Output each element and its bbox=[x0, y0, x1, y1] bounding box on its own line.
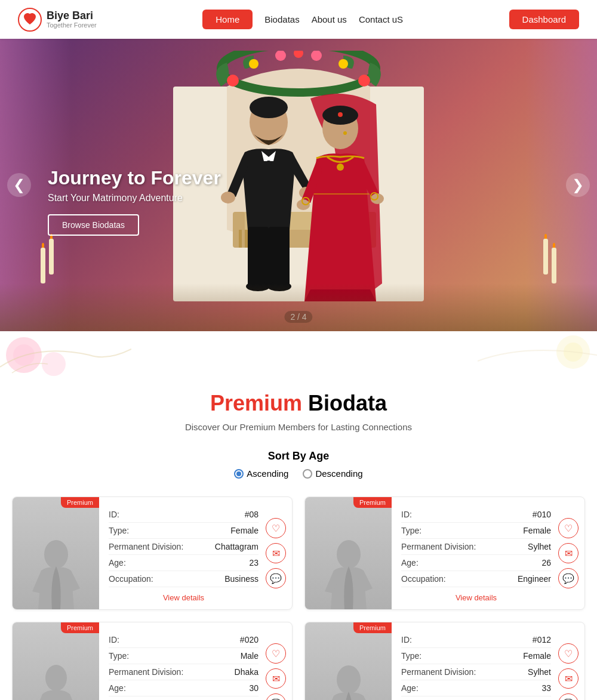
info-type-2: Type: Female bbox=[401, 523, 551, 539]
info-occ-4: Occupation: bbox=[401, 696, 551, 700]
email-button-4[interactable]: ✉ bbox=[558, 668, 578, 689]
logo-subtitle: Together Forever bbox=[47, 21, 97, 29]
card-info-2: ID: #010 Type: Female Permanent Division… bbox=[392, 497, 558, 609]
svg-rect-24 bbox=[269, 227, 290, 286]
svg-point-6 bbox=[294, 51, 303, 58]
age-label-3: Age: bbox=[109, 683, 126, 693]
sort-label: Sort By Age bbox=[0, 450, 597, 462]
info-occ-3: Occupation: bbox=[109, 696, 259, 700]
radio-descending bbox=[303, 469, 312, 479]
chat-button-1[interactable]: 💬 bbox=[266, 568, 286, 588]
section-title-highlight: Premium bbox=[210, 391, 302, 415]
type-label-3: Type: bbox=[109, 651, 129, 661]
info-division-1: Permanent Division: Chattagram bbox=[109, 539, 259, 555]
svg-rect-23 bbox=[248, 227, 269, 286]
division-value-1: Chattagram bbox=[215, 542, 259, 551]
hero-slider: Journey to Forever Start Your Matrimony … bbox=[0, 39, 597, 331]
view-details-1[interactable]: View details bbox=[109, 593, 259, 602]
candle-right-1 bbox=[552, 248, 556, 283]
svg-point-45 bbox=[45, 665, 67, 691]
hero-subtitle: Start Your Matrimony Adventure bbox=[48, 193, 221, 203]
slider-next-button[interactable]: ❯ bbox=[566, 173, 590, 197]
info-division-4: Permanent Division: Sylhet bbox=[401, 664, 551, 680]
home-button[interactable]: Home bbox=[202, 10, 253, 29]
occ-value-2: Engineer bbox=[518, 574, 551, 584]
svg-point-8 bbox=[338, 59, 348, 69]
info-age-3: Age: 30 bbox=[109, 680, 259, 696]
email-button-2[interactable]: ✉ bbox=[558, 543, 578, 563]
heart-button-2[interactable]: ♡ bbox=[558, 518, 578, 538]
email-button-3[interactable]: ✉ bbox=[266, 668, 286, 689]
silhouette-female-1 bbox=[29, 538, 83, 609]
sort-descending[interactable]: Descending bbox=[303, 468, 362, 479]
svg-point-46 bbox=[337, 665, 361, 694]
descending-label: Descending bbox=[315, 468, 362, 479]
cards-grid: Premium ID: #08 Type: Female bbox=[0, 497, 597, 700]
deco-flower-right bbox=[478, 331, 597, 379]
info-division-2: Permanent Division: Sylhet bbox=[401, 539, 551, 555]
info-type-3: Type: Male bbox=[109, 648, 259, 664]
floor-decoration bbox=[0, 283, 597, 331]
sort-ascending[interactable]: Ascending bbox=[234, 468, 288, 479]
card-photo-1: Premium bbox=[13, 497, 99, 609]
id-value-3: #020 bbox=[240, 635, 259, 645]
premium-section: Premium Biodata Discover Our Premium Mem… bbox=[0, 379, 597, 700]
deco-divider bbox=[0, 331, 597, 379]
division-label: Permanent Division: bbox=[109, 542, 183, 551]
division-value-2: Sylhet bbox=[528, 542, 551, 551]
info-age-4: Age: 33 bbox=[401, 680, 551, 696]
type-label: Type: bbox=[109, 526, 129, 535]
division-label-2: Permanent Division: bbox=[401, 542, 476, 551]
section-title: Premium Biodata bbox=[0, 391, 597, 416]
dashboard-button[interactable]: Dashboard bbox=[509, 10, 579, 29]
deco-flower-left bbox=[0, 331, 131, 379]
info-id-3: ID: #020 bbox=[109, 632, 259, 648]
svg-point-37 bbox=[337, 164, 344, 171]
type-value-1: Female bbox=[230, 526, 259, 535]
svg-point-32 bbox=[343, 131, 347, 135]
info-occ-2: Occupation: Engineer bbox=[401, 571, 551, 587]
heart-button-4[interactable]: ♡ bbox=[558, 643, 578, 664]
logo-title: Biye Bari bbox=[47, 10, 97, 22]
heart-button-1[interactable]: ♡ bbox=[266, 518, 286, 538]
biodata-card-1: Premium ID: #08 Type: Female bbox=[12, 497, 293, 610]
biodata-card-4: Premium ID: #012 Type: Female bbox=[304, 622, 585, 700]
age-value-4: 33 bbox=[541, 683, 551, 693]
type-label-4: Type: bbox=[401, 651, 421, 661]
logo: Biye Bari Together Forever bbox=[18, 8, 97, 32]
info-id-2: ID: #010 bbox=[401, 507, 551, 523]
chat-button-4[interactable]: 💬 bbox=[558, 693, 578, 700]
card-info-3: ID: #020 Type: Male Permanent Division: … bbox=[99, 622, 266, 700]
heart-button-3[interactable]: ♡ bbox=[266, 643, 286, 664]
action-icons-3: ♡ ✉ 💬 bbox=[266, 622, 292, 700]
hero-text: Journey to Forever Start Your Matrimony … bbox=[48, 167, 221, 236]
biodata-card-3: Premium ID: #020 Type: Male bbox=[12, 622, 293, 700]
about-link[interactable]: About us bbox=[312, 14, 347, 24]
card-photo-4: Premium bbox=[305, 622, 392, 700]
slider-prev-button[interactable]: ❮ bbox=[7, 173, 31, 197]
id-label-3: ID: bbox=[109, 635, 119, 645]
browse-biodatas-button[interactable]: Browse Biodatas bbox=[48, 214, 139, 236]
card-info-1: ID: #08 Type: Female Permanent Division:… bbox=[99, 497, 266, 609]
id-value-1: #08 bbox=[245, 510, 259, 519]
contact-link[interactable]: Contact uS bbox=[359, 14, 403, 24]
biodatas-link[interactable]: Biodatas bbox=[264, 14, 299, 24]
chat-button-2[interactable]: 💬 bbox=[558, 568, 578, 588]
premium-badge-2: Premium bbox=[353, 497, 392, 508]
occ-label: Occupation: bbox=[109, 574, 153, 584]
id-label: ID: bbox=[109, 510, 119, 519]
chat-button-3[interactable]: 💬 bbox=[266, 693, 286, 700]
svg-point-7 bbox=[311, 51, 322, 61]
premium-badge-3: Premium bbox=[61, 622, 99, 633]
division-label-4: Permanent Division: bbox=[401, 667, 476, 677]
view-details-2[interactable]: View details bbox=[401, 593, 551, 602]
division-label-3: Permanent Division: bbox=[109, 667, 183, 677]
svg-point-43 bbox=[44, 540, 68, 569]
info-age-1: Age: 23 bbox=[109, 555, 259, 571]
svg-point-33 bbox=[297, 199, 310, 210]
sort-section: Sort By Age Ascending Descending bbox=[0, 450, 597, 479]
silhouette-female-2 bbox=[322, 538, 376, 609]
email-button-1[interactable]: ✉ bbox=[266, 543, 286, 563]
age-label: Age: bbox=[109, 558, 126, 568]
type-label-2: Type: bbox=[401, 526, 421, 535]
